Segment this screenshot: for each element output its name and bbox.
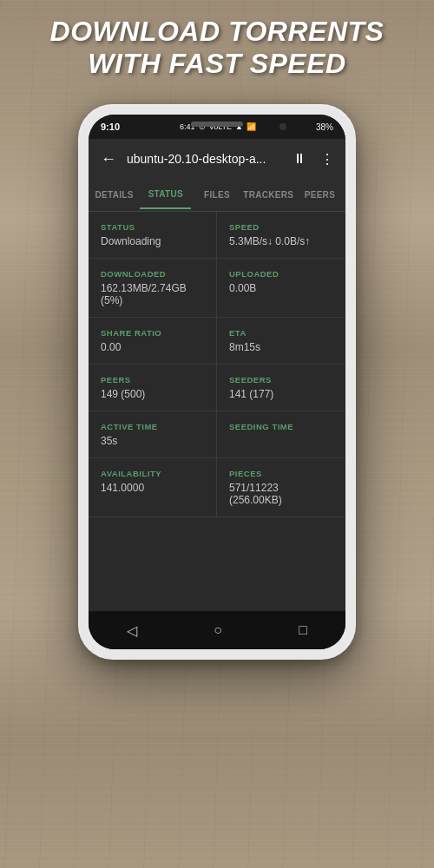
- status-bar-time: 9:10: [101, 122, 120, 132]
- stat-value: 571/11223 (256.00KB): [229, 482, 333, 506]
- stat-cell: ETA8m15s: [217, 318, 345, 365]
- tab-files[interactable]: FILES: [191, 181, 242, 208]
- stat-value: 141.0000: [101, 482, 204, 494]
- headline-section: Download Torrents with Fast Speed: [0, 16, 434, 80]
- status-bar: 9:10 6:41 ⊙ VoLTE ▲ 📶 38%: [89, 115, 345, 139]
- tab-status[interactable]: STATUS: [140, 181, 191, 209]
- stat-label: SHARE RATIO: [101, 328, 204, 338]
- toolbar-title: ubuntu-20.10-desktop-a...: [127, 152, 280, 166]
- stat-label: STATUS: [101, 222, 204, 232]
- stat-cell: SEEDERS141 (177): [217, 365, 345, 411]
- phone-container: 9:10 6:41 ⊙ VoLTE ▲ 📶 38% ← ubuntu-20.10…: [78, 104, 356, 660]
- stat-label: AVAILABILITY: [101, 469, 204, 478]
- stat-value: 0.00: [101, 341, 204, 353]
- stat-value: 149 (500): [101, 388, 204, 400]
- stat-value: 0.00B: [229, 282, 333, 294]
- stats-grid: STATUSDownloadingSPEED5.3MB/s↓ 0.0B/s↑DO…: [89, 212, 345, 517]
- nav-home-button[interactable]: ○: [196, 617, 240, 643]
- stat-label: PIECES: [229, 469, 333, 478]
- stat-label: SEEDERS: [229, 375, 333, 385]
- tab-trackers[interactable]: TRACKERS: [243, 181, 294, 208]
- stat-cell: SEEDING TIME: [217, 411, 345, 458]
- stat-label: SEEDING TIME: [229, 422, 333, 431]
- app-toolbar: ← ubuntu-20.10-desktop-a... ⏸ ⋮: [89, 139, 345, 179]
- tab-peers[interactable]: PEERS: [294, 181, 345, 208]
- stat-label: ACTIVE TIME: [101, 422, 204, 431]
- content-area: STATUSDownloadingSPEED5.3MB/s↓ 0.0B/s↑DO…: [89, 212, 345, 611]
- stat-label: PEERS: [101, 375, 204, 385]
- stat-cell: PEERS149 (500): [89, 365, 217, 411]
- status-bar-battery: 38%: [316, 122, 333, 132]
- nav-back-button[interactable]: ◁: [109, 617, 155, 644]
- nav-bar: ◁ ○ □: [89, 611, 345, 649]
- stat-cell: SPEED5.3MB/s↓ 0.0B/s↑: [217, 212, 345, 259]
- phone-screen: 9:10 6:41 ⊙ VoLTE ▲ 📶 38% ← ubuntu-20.10…: [89, 115, 345, 649]
- phone-speaker: [191, 122, 243, 127]
- back-button[interactable]: ←: [97, 147, 120, 172]
- stat-label: UPLOADED: [229, 269, 333, 279]
- stat-label: ETA: [229, 328, 333, 338]
- pause-button[interactable]: ⏸: [287, 148, 312, 170]
- nav-recent-button[interactable]: □: [281, 617, 325, 643]
- stat-cell: PIECES571/11223 (256.00KB): [217, 458, 345, 517]
- stat-value: 35s: [101, 435, 204, 447]
- phone-bezel: 9:10 6:41 ⊙ VoLTE ▲ 📶 38% ← ubuntu-20.10…: [78, 104, 356, 660]
- stat-cell: DOWNLOADED162.13MB/2.74GB (5%): [89, 259, 217, 318]
- stat-cell: ACTIVE TIME35s: [89, 411, 217, 458]
- headline-text: Download Torrents with Fast Speed: [0, 16, 434, 80]
- stat-value: 162.13MB/2.74GB (5%): [101, 282, 204, 306]
- stat-cell: STATUSDownloading: [89, 212, 217, 259]
- stat-label: DOWNLOADED: [101, 269, 204, 279]
- stat-value: 5.3MB/s↓ 0.0B/s↑: [229, 235, 333, 247]
- stat-value: 141 (177): [229, 388, 333, 400]
- menu-button[interactable]: ⋮: [319, 148, 337, 171]
- stat-cell: SHARE RATIO0.00: [89, 318, 217, 365]
- stat-cell: UPLOADED0.00B: [217, 259, 345, 318]
- stat-value: 8m15s: [229, 341, 333, 353]
- stat-label: SPEED: [229, 222, 333, 232]
- stat-value: Downloading: [101, 235, 204, 247]
- phone-camera: [279, 123, 286, 130]
- stat-cell: AVAILABILITY141.0000: [89, 458, 217, 517]
- tab-details[interactable]: DETAILS: [89, 181, 140, 208]
- tab-bar: DETAILS STATUS FILES TRACKERS PEERS: [89, 179, 345, 212]
